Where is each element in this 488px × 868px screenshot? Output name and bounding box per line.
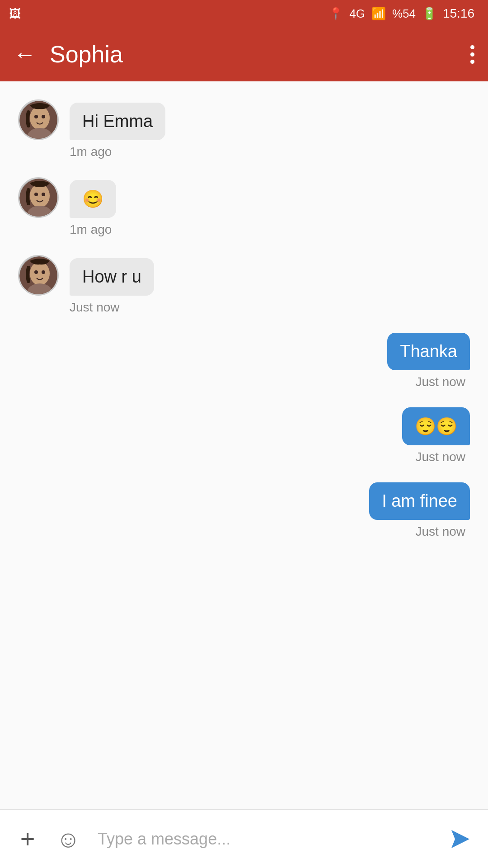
emoji-face-icon: ☺ xyxy=(56,826,80,853)
signal-bars-icon: 📶 xyxy=(371,7,386,21)
avatar xyxy=(18,99,59,140)
svg-point-14 xyxy=(42,270,45,274)
message-timestamp: Just now xyxy=(18,450,465,464)
avatar xyxy=(18,177,59,218)
svg-point-13 xyxy=(34,270,38,274)
time-display: 15:16 xyxy=(443,6,474,21)
status-bar: 🖼 📍 4G 📶 %54 🔋 15:16 xyxy=(0,0,488,27)
plus-icon: + xyxy=(20,826,35,852)
more-options-button[interactable] xyxy=(470,45,474,64)
message-input[interactable] xyxy=(93,821,436,857)
message-group: 😌😌Just now xyxy=(18,407,470,464)
app-bar: ← Sophia xyxy=(0,27,488,81)
message-row: Hi Emma xyxy=(18,99,165,140)
svg-marker-15 xyxy=(451,830,469,848)
message-group: Hi Emma1m ago xyxy=(18,99,470,159)
message-group: 😊1m ago xyxy=(18,177,470,237)
message-timestamp: Just now xyxy=(18,524,465,539)
message-timestamp: Just now xyxy=(18,375,465,389)
svg-point-4 xyxy=(42,115,45,118)
message-row: How r u xyxy=(18,255,154,296)
message-row: 😌😌 xyxy=(402,407,470,445)
svg-point-6 xyxy=(30,184,50,208)
status-bar-left: 🖼 xyxy=(9,0,21,27)
chat-area: Hi Emma1m ago 😊1m ago How r uJust nowTha… xyxy=(0,81,488,809)
battery-label: %54 xyxy=(392,7,416,21)
dot3 xyxy=(470,60,474,64)
emoji-button[interactable]: ☺ xyxy=(52,823,84,855)
sent-bubble: Thanka xyxy=(387,333,470,370)
svg-point-8 xyxy=(34,193,38,196)
send-icon xyxy=(447,826,474,853)
sent-bubble: I am finee xyxy=(369,482,470,520)
svg-point-11 xyxy=(30,262,50,285)
received-bubble: How r u xyxy=(70,258,154,296)
status-right: 📍 4G 📶 %54 🔋 15:16 xyxy=(328,6,474,21)
image-icon: 🖼 xyxy=(9,7,21,21)
message-group: ThankaJust now xyxy=(18,333,470,389)
input-bar: + ☺ xyxy=(0,809,488,868)
received-bubble: 😊 xyxy=(70,180,116,218)
message-timestamp: 1m ago xyxy=(70,222,470,237)
chat-title: Sophia xyxy=(50,41,470,68)
message-row: Thanka xyxy=(387,333,470,370)
message-group: How r uJust now xyxy=(18,255,470,315)
dot1 xyxy=(470,45,474,49)
sent-bubble: 😌😌 xyxy=(402,407,470,445)
location-icon: 📍 xyxy=(328,7,343,21)
signal-label: 4G xyxy=(349,7,365,21)
back-button[interactable]: ← xyxy=(14,43,36,66)
svg-point-3 xyxy=(34,115,38,118)
send-button[interactable] xyxy=(445,823,476,855)
dot2 xyxy=(470,52,474,57)
battery-icon: 🔋 xyxy=(422,7,436,21)
message-row: 😊 xyxy=(18,177,116,218)
svg-point-1 xyxy=(30,106,50,130)
message-row: I am finee xyxy=(369,482,470,520)
svg-point-9 xyxy=(42,193,45,196)
message-group: I am fineeJust now xyxy=(18,482,470,539)
message-timestamp: Just now xyxy=(70,300,470,315)
add-attachment-button[interactable]: + xyxy=(12,823,43,855)
received-bubble: Hi Emma xyxy=(70,103,165,140)
message-timestamp: 1m ago xyxy=(70,145,470,159)
avatar xyxy=(18,255,59,296)
